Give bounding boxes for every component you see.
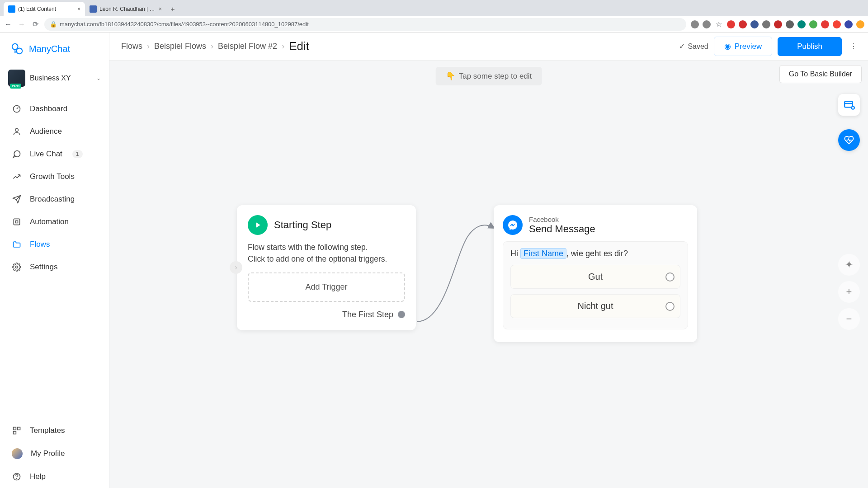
lock-icon: 🔒 bbox=[50, 21, 57, 28]
ext-icon[interactable] bbox=[739, 20, 747, 28]
sidebar-item-help[interactable]: Help bbox=[0, 465, 109, 488]
manychat-logo-icon bbox=[10, 42, 24, 56]
folder-icon bbox=[12, 239, 22, 249]
output-port[interactable] bbox=[398, 311, 405, 318]
ext-icon[interactable] bbox=[844, 20, 853, 28]
sidebar-item-audience[interactable]: Audience bbox=[0, 120, 109, 143]
reload-icon[interactable]: ⟳ bbox=[31, 20, 40, 28]
svg-point-1 bbox=[16, 48, 22, 54]
breadcrumb-item[interactable]: Beispiel Flow #2 bbox=[218, 42, 277, 51]
brand-name: ManyChat bbox=[29, 44, 70, 54]
new-tab-button[interactable]: + bbox=[166, 5, 179, 16]
node-title: Starting Step bbox=[274, 219, 331, 231]
sidebar-item-profile[interactable]: My Profile bbox=[0, 442, 109, 465]
sidebar-item-growth[interactable]: Growth Tools bbox=[0, 165, 109, 188]
quick-reply-button[interactable]: Nicht gut bbox=[510, 294, 680, 318]
ext-icon[interactable] bbox=[809, 20, 817, 28]
add-card-button[interactable] bbox=[838, 94, 860, 116]
breadcrumb: Flows › Beispiel Flows › Beispiel Flow #… bbox=[121, 39, 309, 53]
close-icon[interactable]: × bbox=[159, 6, 162, 12]
feedback-button[interactable] bbox=[838, 129, 860, 151]
avatar bbox=[12, 448, 23, 459]
node-subtitle: Facebook bbox=[529, 216, 595, 223]
business-avatar bbox=[8, 70, 25, 87]
first-step-row[interactable]: The First Step bbox=[248, 310, 405, 319]
sidebar-item-settings[interactable]: Settings bbox=[0, 256, 109, 278]
hint-pill: 👇 Tap some step to edit bbox=[436, 67, 542, 85]
collapse-sidebar-handle[interactable]: › bbox=[230, 261, 242, 274]
more-icon[interactable]: ⋮ bbox=[847, 38, 860, 54]
browser-tab-active[interactable]: (1) Edit Content × bbox=[4, 2, 85, 16]
desc-line: Click to add one of the optional trigger… bbox=[248, 254, 387, 263]
node-description: Flow starts with the following step. Cli… bbox=[248, 241, 405, 265]
sidebar-item-broadcasting[interactable]: Broadcasting bbox=[0, 188, 109, 211]
send-icon bbox=[12, 194, 22, 204]
ext-icon[interactable] bbox=[821, 20, 829, 28]
logo[interactable]: ManyChat bbox=[0, 33, 109, 64]
star-icon[interactable]: ☆ bbox=[714, 20, 723, 28]
ext-icon[interactable] bbox=[691, 20, 699, 28]
variable-chip[interactable]: First Name bbox=[520, 248, 566, 259]
sidebar-item-templates[interactable]: Templates bbox=[0, 419, 109, 442]
output-port[interactable] bbox=[665, 272, 675, 282]
play-icon bbox=[248, 215, 268, 235]
sidebar-item-dashboard[interactable]: Dashboard bbox=[0, 98, 109, 120]
breadcrumb-item[interactable]: Flows bbox=[121, 42, 142, 51]
preview-label: Preview bbox=[735, 42, 762, 51]
ext-icon[interactable] bbox=[786, 20, 794, 28]
eye-icon: ◉ bbox=[724, 42, 731, 51]
address-bar[interactable]: 🔒 manychat.com/fb181039443240830?/cms/fi… bbox=[44, 18, 686, 31]
sidebar-item-livechat[interactable]: Live Chat 1 bbox=[0, 143, 109, 165]
quick-reply-button[interactable]: Gut bbox=[510, 265, 680, 289]
extension-icons: ☆ bbox=[691, 20, 864, 28]
flow-canvas[interactable]: 👇 Tap some step to edit Go To Basic Buil… bbox=[109, 61, 868, 488]
sidebar-item-flows[interactable]: Flows bbox=[0, 233, 109, 256]
add-trigger-button[interactable]: Add Trigger bbox=[248, 272, 405, 302]
close-icon[interactable]: × bbox=[77, 6, 80, 12]
go-basic-builder-button[interactable]: Go To Basic Builder bbox=[779, 65, 862, 83]
publish-button[interactable]: Publish bbox=[778, 37, 842, 56]
breadcrumb-item[interactable]: Beispiel Flows bbox=[154, 42, 206, 51]
favicon-manychat bbox=[8, 5, 15, 13]
ext-icon[interactable] bbox=[856, 20, 864, 28]
tab-title: Leon R. Chaudhari | Facebook bbox=[99, 6, 156, 12]
svg-rect-6 bbox=[14, 427, 16, 430]
sidebar-item-automation[interactable]: Automation bbox=[0, 211, 109, 233]
pointer-icon: 👇 bbox=[446, 71, 455, 81]
automation-icon bbox=[12, 217, 22, 227]
forward-icon[interactable]: → bbox=[17, 20, 26, 28]
url-text: manychat.com/fb181039443240830?/cms/file… bbox=[60, 21, 309, 28]
url-bar: ← → ⟳ 🔒 manychat.com/fb181039443240830?/… bbox=[0, 16, 868, 33]
ext-icon[interactable] bbox=[833, 20, 841, 28]
output-port[interactable] bbox=[665, 302, 675, 311]
msg-suffix: , wie geht es dir? bbox=[566, 249, 628, 258]
ext-icon[interactable] bbox=[727, 20, 735, 28]
chevron-right-icon: › bbox=[282, 42, 284, 51]
chevron-right-icon: › bbox=[211, 42, 213, 51]
message-preview[interactable]: Hi First Name, wie geht es dir? Gut Nich… bbox=[503, 241, 688, 329]
ext-icon[interactable] bbox=[750, 20, 759, 28]
ext-icon[interactable] bbox=[703, 20, 711, 28]
ext-icon[interactable] bbox=[797, 20, 806, 28]
zoom-out-button[interactable]: − bbox=[838, 308, 860, 330]
ext-icon[interactable] bbox=[762, 20, 770, 28]
browser-chrome: (1) Edit Content × Leon R. Chaudhari | F… bbox=[0, 0, 868, 33]
browser-tab-inactive[interactable]: Leon R. Chaudhari | Facebook × bbox=[85, 2, 166, 16]
nav-label: Flows bbox=[30, 240, 50, 249]
favicon-facebook bbox=[90, 5, 97, 13]
nav-label: Audience bbox=[30, 127, 62, 136]
ext-icon[interactable] bbox=[774, 20, 782, 28]
starting-step-node[interactable]: › Starting Step Flow starts with the fol… bbox=[237, 205, 416, 330]
reply-label: Nicht gut bbox=[578, 301, 613, 311]
zoom-in-button[interactable]: + bbox=[838, 281, 860, 303]
auto-arrange-button[interactable]: ✦ bbox=[838, 254, 860, 276]
main: Flows › Beispiel Flows › Beispiel Flow #… bbox=[109, 33, 868, 488]
preview-button[interactable]: ◉ Preview bbox=[714, 37, 772, 56]
nav-label: Broadcasting bbox=[30, 195, 75, 204]
gauge-icon bbox=[12, 104, 22, 114]
business-selector[interactable]: Business XY ⌄ bbox=[6, 67, 103, 89]
app: ManyChat Business XY ⌄ Dashboard Audienc… bbox=[0, 33, 868, 488]
sidebar: ManyChat Business XY ⌄ Dashboard Audienc… bbox=[0, 33, 109, 488]
back-icon[interactable]: ← bbox=[4, 20, 13, 28]
send-message-node[interactable]: Facebook Send Message Hi First Name, wie… bbox=[494, 205, 697, 342]
